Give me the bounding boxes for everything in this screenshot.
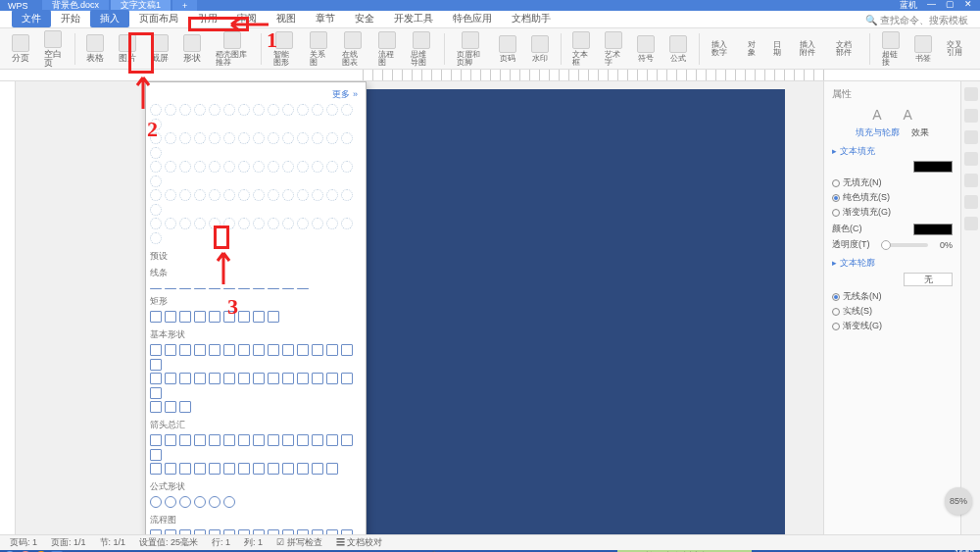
preset-shape-icon[interactable] <box>341 104 353 116</box>
opt-line[interactable]: 实线(S) <box>832 304 953 319</box>
tool-header[interactable]: 页眉和页脚 <box>451 29 490 69</box>
preset-shape-icon[interactable] <box>326 218 338 229</box>
shape-icon[interactable] <box>312 434 323 446</box>
shape-icon[interactable] <box>150 311 162 323</box>
preset-shape-icon[interactable] <box>341 189 353 201</box>
shape-icon[interactable] <box>179 311 191 323</box>
status-docfix[interactable]: ☰ 文档校对 <box>336 536 383 549</box>
zoom-badge[interactable]: 85% <box>945 487 972 515</box>
shape-icon[interactable] <box>238 344 250 356</box>
tool-crossref[interactable]: 交叉引用 <box>941 39 974 59</box>
shape-icon[interactable] <box>282 344 294 356</box>
preset-shape-icon[interactable] <box>194 132 206 144</box>
shape-icon[interactable] <box>194 434 206 446</box>
shape-icon[interactable] <box>223 344 235 356</box>
shape-icon[interactable] <box>150 449 162 461</box>
side-icon-3[interactable] <box>964 130 978 144</box>
shape-icon[interactable] <box>297 434 309 446</box>
shape-icon[interactable] <box>268 529 279 534</box>
preset-shape-icon[interactable] <box>297 218 309 229</box>
preset-shape-icon[interactable] <box>326 132 338 144</box>
shape-icon[interactable] <box>165 373 176 384</box>
shape-icon[interactable] <box>209 529 220 534</box>
shape-icon[interactable] <box>238 373 250 384</box>
min-icon[interactable]: — <box>927 0 936 12</box>
tool-docer[interactable]: 稻壳图库推荐 <box>210 29 254 69</box>
menu-assistant[interactable]: 文档助手 <box>502 10 561 27</box>
shape-icon[interactable] <box>282 434 294 446</box>
fill-color-swatch[interactable] <box>913 161 953 173</box>
side-icon-1[interactable] <box>964 87 978 101</box>
preset-shape-icon[interactable] <box>253 132 265 144</box>
shape-icon[interactable] <box>179 463 191 475</box>
preset-shape-icon[interactable] <box>179 161 191 173</box>
shape-icon[interactable] <box>223 529 235 534</box>
shape-icon[interactable] <box>282 373 294 384</box>
tool-pagebreak[interactable]: 分页 <box>6 32 35 65</box>
preset-shape-icon[interactable] <box>297 189 309 201</box>
shape-icon[interactable] <box>312 344 323 356</box>
preset-shape-icon[interactable] <box>297 132 309 144</box>
shape-icon[interactable] <box>297 373 309 384</box>
tab-a-fill-icon[interactable]: A <box>872 107 881 123</box>
preset-shape-icon[interactable] <box>268 104 279 116</box>
shape-icon[interactable] <box>165 529 176 534</box>
close-icon[interactable]: ✕ <box>964 0 972 12</box>
preset-shape-icon[interactable] <box>238 132 250 144</box>
outline-combo[interactable]: 无 <box>904 273 953 286</box>
shape-icon[interactable] <box>223 496 235 508</box>
preset-shape-icon[interactable] <box>326 161 338 173</box>
shape-icon[interactable] <box>253 463 265 475</box>
shape-icon[interactable] <box>223 463 235 475</box>
shape-icon[interactable] <box>194 344 206 356</box>
shape-icon[interactable] <box>341 434 353 446</box>
preset-shape-icon[interactable] <box>341 161 353 173</box>
shape-icon[interactable] <box>238 529 250 534</box>
grp-outline[interactable]: ▸ 文本轮廓 <box>832 257 953 270</box>
preset-shape-icon[interactable] <box>297 161 309 173</box>
preset-shape-icon[interactable] <box>253 161 265 173</box>
tab-a-effect-icon[interactable]: A <box>904 107 912 123</box>
tool-shapes[interactable]: 形状 <box>177 32 207 65</box>
preset-shape-icon[interactable] <box>253 218 265 229</box>
shape-icon[interactable] <box>150 387 162 399</box>
shape-icon[interactable] <box>179 529 191 534</box>
tool-chart[interactable]: 在线图表 <box>336 29 369 69</box>
shape-icon[interactable] <box>165 288 176 289</box>
menu-view[interactable]: 视图 <box>267 10 306 27</box>
shape-icon[interactable] <box>253 288 265 289</box>
preset-shape-icon[interactable] <box>150 232 162 244</box>
shape-icon[interactable] <box>238 288 250 289</box>
shape-icon[interactable] <box>179 401 191 413</box>
side-icon-2[interactable] <box>964 109 978 123</box>
preset-shape-icon[interactable] <box>209 161 220 173</box>
preset-shape-icon[interactable] <box>312 218 323 229</box>
preset-shape-icon[interactable] <box>223 132 235 144</box>
preset-shape-icon[interactable] <box>223 161 235 173</box>
preset-shape-icon[interactable] <box>165 104 176 116</box>
shape-icon[interactable] <box>165 401 176 413</box>
preset-shape-icon[interactable] <box>312 104 323 116</box>
shape-icon[interactable] <box>194 288 206 289</box>
tool-mindmap[interactable]: 思维导图 <box>405 29 438 69</box>
preset-shape-icon[interactable] <box>326 189 338 201</box>
preset-shape-icon[interactable] <box>282 189 294 201</box>
preset-shape-icon[interactable] <box>282 161 294 173</box>
preset-shape-icon[interactable] <box>282 218 294 229</box>
shape-icon[interactable] <box>194 463 206 475</box>
preset-shape-icon[interactable] <box>268 218 279 229</box>
color-picker[interactable] <box>913 224 953 235</box>
shape-icon[interactable] <box>209 373 220 384</box>
shape-icon[interactable] <box>209 496 220 508</box>
shape-icon[interactable] <box>297 288 309 289</box>
shape-icon[interactable] <box>253 373 265 384</box>
menu-ref[interactable]: 引用 <box>188 10 227 27</box>
tool-flow[interactable]: 流程图 <box>372 29 402 69</box>
preset-shape-icon[interactable] <box>165 189 176 201</box>
menu-feature[interactable]: 特色应用 <box>443 10 502 27</box>
preset-shape-icon[interactable] <box>165 161 176 173</box>
shape-icon[interactable] <box>165 344 176 356</box>
preset-shape-icon[interactable] <box>238 161 250 173</box>
shape-icon[interactable] <box>282 529 294 534</box>
opt-nofill[interactable]: 无填充(N) <box>832 176 953 190</box>
